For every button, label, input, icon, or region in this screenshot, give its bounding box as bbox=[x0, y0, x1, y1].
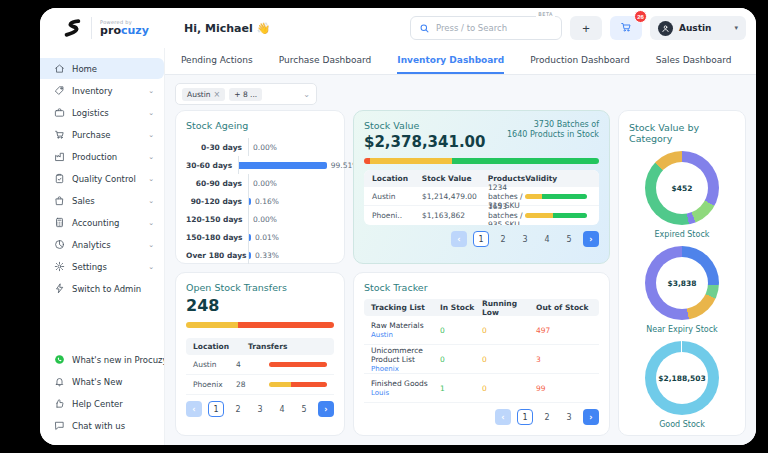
tab-production-dashboard[interactable]: Production Dashboard bbox=[530, 48, 630, 74]
pagination-page-3[interactable]: 3 bbox=[517, 231, 533, 247]
pagination-page-5[interactable]: 5 bbox=[296, 401, 312, 417]
pagination-page-1[interactable]: 1 bbox=[473, 231, 489, 247]
transfers-bar-cell bbox=[269, 362, 327, 367]
tab-inventory-dashboard[interactable]: Inventory Dashboard bbox=[397, 48, 504, 74]
pagination-prev-button[interactable]: ‹ bbox=[186, 401, 202, 417]
sidebar-item-label: Logistics bbox=[72, 108, 109, 118]
tracking-list-cell: Finished GoodsLouis bbox=[371, 379, 440, 397]
page-greeting: Hi, Michael 👋 bbox=[184, 22, 270, 35]
pagination-next-button[interactable]: › bbox=[318, 401, 334, 417]
sidebar-item-label: What's new in Procuzy? bbox=[72, 355, 172, 365]
tracking-location: Louis bbox=[371, 389, 440, 397]
remove-chip-icon[interactable]: × bbox=[214, 90, 221, 99]
user-menu[interactable]: Austin ▾ bbox=[650, 16, 746, 40]
sidebar-item-help-center[interactable]: Help Center bbox=[40, 393, 164, 414]
pagination-prev-button[interactable]: ‹ bbox=[451, 231, 467, 247]
ageing-category-label: 120-150 days bbox=[186, 215, 248, 224]
transfers-bar bbox=[269, 382, 327, 387]
sidebar-item-label: What's New bbox=[72, 377, 122, 387]
brand-pro: pro bbox=[100, 24, 121, 37]
chevron-down-icon: ⌄ bbox=[148, 153, 154, 161]
bar-segment bbox=[238, 322, 334, 328]
sidebar-item-quality-control[interactable]: Quality Control⌄ bbox=[40, 168, 164, 189]
in-stock-cell: 1 bbox=[440, 384, 482, 393]
pagination-page-1[interactable]: 1 bbox=[517, 409, 533, 425]
cart-icon bbox=[620, 21, 632, 36]
pagination-prev-button[interactable]: ‹ bbox=[495, 409, 511, 425]
ageing-bar-track: 0.01% bbox=[248, 228, 334, 246]
search-icon bbox=[419, 23, 430, 34]
sidebar-item-inventory[interactable]: Inventory⌄ bbox=[40, 80, 164, 101]
stock-ageing-chart: 0-30 days0.00%30-60 days99.51%60-90 days… bbox=[186, 138, 334, 264]
ageing-row: 60-90 days0.00% bbox=[186, 174, 334, 192]
ageing-row: 90-120 days0.16% bbox=[186, 192, 334, 210]
dashboard-content: Austin× + 8 ... ⌄ Stock Ageing 0-30 days… bbox=[165, 75, 756, 445]
sidebar-item-analytics[interactable]: Analytics⌄ bbox=[40, 234, 164, 255]
cart-button[interactable]: 26 bbox=[610, 16, 642, 40]
bell-icon bbox=[54, 376, 65, 387]
pagination-page-4[interactable]: 4 bbox=[274, 401, 290, 417]
tracking-location: Austin bbox=[371, 331, 440, 339]
pagination-page-2[interactable]: 2 bbox=[495, 231, 511, 247]
ageing-bar-track: 0.00% bbox=[248, 210, 334, 228]
sidebar-item-production[interactable]: Production⌄ bbox=[40, 146, 164, 167]
sidebar-item-switch-to-admin[interactable]: Switch to Admin bbox=[40, 278, 164, 299]
pagination-page-3[interactable]: 3 bbox=[252, 401, 268, 417]
brand-text: Powered by procuzy bbox=[100, 19, 149, 37]
filter-chip-austin[interactable]: Austin× bbox=[182, 88, 225, 101]
pagination-page-3[interactable]: 3 bbox=[561, 409, 577, 425]
divider bbox=[91, 17, 92, 39]
chevron-down-icon: ▾ bbox=[734, 24, 738, 32]
tab-purchase-dashboard[interactable]: Purchase Dashboard bbox=[279, 48, 372, 74]
sidebar-item-settings[interactable]: Settings⌄ bbox=[40, 256, 164, 277]
location-filter-select[interactable]: Austin× + 8 ... ⌄ bbox=[175, 83, 317, 105]
pagination-page-2[interactable]: 2 bbox=[230, 401, 246, 417]
ageing-bar-track: 0.33% bbox=[248, 246, 334, 264]
sidebar-spacer bbox=[40, 300, 164, 349]
home-icon bbox=[54, 63, 65, 74]
pagination-next-button[interactable]: › bbox=[583, 231, 599, 247]
sidebar-item-label: Home bbox=[72, 64, 97, 74]
add-button[interactable]: + bbox=[570, 16, 602, 40]
sidebar-item-label: Chat with us bbox=[72, 421, 125, 431]
sidebar-item-what-s-new-in-procuzy[interactable]: What's new in Procuzy? bbox=[40, 349, 164, 370]
tab-pending-actions[interactable]: Pending Actions bbox=[181, 48, 253, 74]
header: Powered by procuzy Hi, Michael 👋 BETA + … bbox=[40, 8, 756, 48]
filter-chip-more[interactable]: + 8 ... bbox=[229, 88, 262, 101]
ageing-category-label: Over 180 days bbox=[186, 251, 248, 260]
search-box[interactable]: BETA bbox=[410, 16, 562, 40]
sidebar-item-logistics[interactable]: Logistics⌄ bbox=[40, 102, 164, 123]
table-row: Finished GoodsLouis1099 bbox=[364, 374, 599, 403]
pagination-page-1[interactable]: 1 bbox=[208, 401, 224, 417]
tracking-name: Raw Materials bbox=[371, 321, 440, 330]
pagination-next-button[interactable]: › bbox=[583, 409, 599, 425]
sidebar-item-purchase[interactable]: Purchase⌄ bbox=[40, 124, 164, 145]
stock-value-by-category-card: Stock Value by Category $452Expired Stoc… bbox=[618, 110, 746, 436]
sidebar-item-chat-with-us[interactable]: Chat with us bbox=[40, 415, 164, 436]
help-icon bbox=[54, 398, 65, 409]
pagination-page-4[interactable]: 4 bbox=[539, 231, 555, 247]
tracker-pagination: ‹123› bbox=[364, 409, 599, 425]
sidebar-item-accounting[interactable]: Accounting⌄ bbox=[40, 212, 164, 233]
ageing-category-label: 30-60 days bbox=[186, 161, 238, 170]
column-header: Location bbox=[372, 174, 422, 183]
category-donuts: $452Expired Stock$3,838Near Expiry Stock… bbox=[645, 144, 719, 429]
ageing-category-label: 90-120 days bbox=[186, 197, 248, 206]
open-stock-transfers-card: Open Stock Transfers 248 LocationTransfe… bbox=[175, 272, 345, 436]
search-input[interactable] bbox=[436, 23, 553, 33]
sidebar-item-label: Switch to Admin bbox=[72, 284, 141, 294]
transfers-bar-cell bbox=[269, 382, 327, 387]
sidebar-item-sales[interactable]: Sales⌄ bbox=[40, 190, 164, 211]
location-cell: Austin bbox=[372, 192, 422, 201]
ageing-category-label: 60-90 days bbox=[186, 179, 248, 188]
pagination-page-5[interactable]: 5 bbox=[561, 231, 577, 247]
bolt-icon bbox=[54, 283, 65, 294]
table-row: Phoenix28 bbox=[186, 375, 334, 395]
summary-line: 1640 Products in Stock bbox=[507, 130, 599, 140]
bar-segment bbox=[525, 194, 542, 199]
sidebar-item-what-s-new[interactable]: What's New bbox=[40, 371, 164, 392]
sidebar-item-home[interactable]: Home bbox=[40, 58, 164, 79]
location-cell: Phoeni.. bbox=[372, 211, 422, 220]
tab-sales-dashboard[interactable]: Sales Dashboard bbox=[656, 48, 732, 74]
pagination-page-2[interactable]: 2 bbox=[539, 409, 555, 425]
